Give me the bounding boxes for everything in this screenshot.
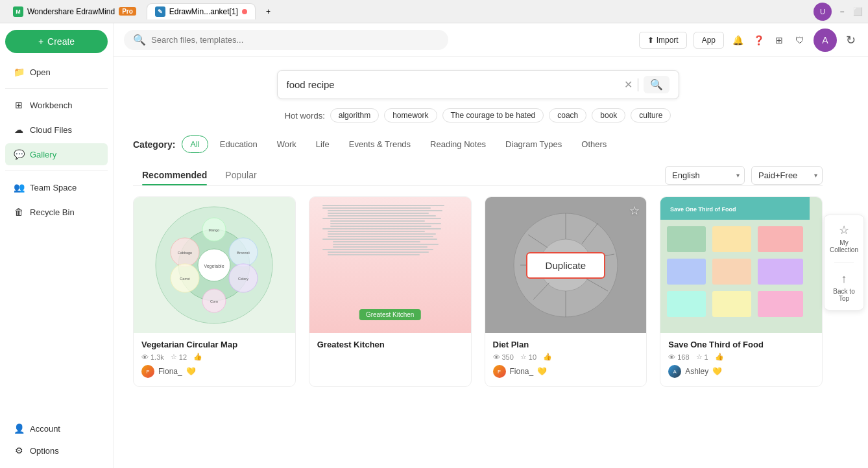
add-tab-btn[interactable]: + xyxy=(258,5,278,19)
sidebar-item-cloud[interactable]: ☁ Cloud Files xyxy=(5,119,108,141)
author-name-diet: Fiona_ xyxy=(510,367,534,376)
cat-item-life[interactable]: Life xyxy=(308,136,337,152)
card-vegetarian[interactable]: Vegetable Cabbage Broccoli Carrot Celery… xyxy=(133,196,296,387)
sidebar-item-teamspace[interactable]: 👥 Team Space xyxy=(5,176,108,198)
sidebar-teamspace-label: Team Space xyxy=(30,183,77,193)
sidebar-item-workbench[interactable]: ⊞ Workbench xyxy=(5,94,108,116)
sidebar-account-label: Account xyxy=(30,424,60,434)
gallery-icon: 💬 xyxy=(13,148,25,160)
star-icon: ☆ xyxy=(171,353,177,361)
gallery-search-input[interactable] xyxy=(287,79,619,90)
card-food[interactable]: Save One Third of Food xyxy=(660,196,823,387)
side-panel-divider xyxy=(834,263,854,263)
help-icon[interactable]: ❓ xyxy=(751,33,766,47)
sidebar-item-open[interactable]: 📁 Open xyxy=(5,61,108,83)
hot-chip-5[interactable]: culture xyxy=(631,108,671,123)
hot-words-label: Hot words: xyxy=(285,111,325,121)
svg-text:Corn: Corn xyxy=(210,299,218,303)
cat-item-diagram[interactable]: Diagram Types xyxy=(498,136,570,152)
notification-icon[interactable]: 🔔 xyxy=(730,33,745,47)
global-search-bar[interactable]: 🔍 xyxy=(124,30,448,50)
shield-icon[interactable]: 🛡 xyxy=(793,33,807,47)
search-clear-icon[interactable]: ✕ xyxy=(624,78,633,91)
sidebar-item-options[interactable]: ⚙ Options xyxy=(5,439,108,462)
star-overlay[interactable]: ☆ xyxy=(629,204,640,218)
hot-chip-4[interactable]: book xyxy=(592,108,625,123)
gallery-search-bar[interactable]: ✕ 🔍 xyxy=(277,70,679,99)
price-filter[interactable]: Paid+Free Free Paid xyxy=(751,166,823,185)
svg-rect-33 xyxy=(712,259,751,285)
cat-item-events[interactable]: Events & Trends xyxy=(341,136,418,152)
tab-popular[interactable]: Popular xyxy=(216,165,265,185)
card-thumb-vegetarian: Vegetable Cabbage Broccoli Carrot Celery… xyxy=(134,197,295,333)
cat-item-reading[interactable]: Reading Notes xyxy=(422,136,494,152)
card-kitchen[interactable]: Greatest Kitchen Greatest Kitchen xyxy=(309,196,472,387)
language-filter-wrapper: English Chinese All Languages ▾ xyxy=(665,166,745,185)
user-avatar[interactable]: A xyxy=(814,29,837,52)
language-filter[interactable]: English Chinese All Languages xyxy=(665,166,745,185)
import-button[interactable]: ⬆ Import xyxy=(639,32,687,49)
cat-item-work[interactable]: Work xyxy=(269,136,304,152)
tabs-filter-inner: Recommended Popular English Chinese All … xyxy=(133,165,823,185)
app-icon: M xyxy=(13,6,23,17)
card-meta-vegetarian: 👁 1.3k ☆ 12 👍 xyxy=(141,353,287,361)
stars-food: ☆ 1 xyxy=(696,353,708,361)
hot-chip-1[interactable]: homework xyxy=(384,108,437,123)
svg-text:Cabbage: Cabbage xyxy=(178,251,192,255)
author-avatar-fiona: F xyxy=(141,365,154,378)
like-diet[interactable]: 👍 xyxy=(543,353,552,361)
file-tab[interactable]: ✎ EdrawMin...anket[1] xyxy=(147,3,256,19)
like-food[interactable]: 👍 xyxy=(715,353,724,361)
layout-icon[interactable]: ⊞ xyxy=(772,33,786,47)
card-info-food: Save One Third of Food 👁 168 ☆ 1 👍 A Ash… xyxy=(660,333,822,384)
side-panel-back-to-top[interactable]: ↑ Back toTop xyxy=(833,272,854,302)
eye-icon: 👁 xyxy=(141,353,149,361)
card-meta-food: 👁 168 ☆ 1 👍 xyxy=(668,353,814,361)
eye-icon-diet: 👁 xyxy=(493,353,500,361)
maximize-button[interactable]: ⬜ xyxy=(852,6,863,17)
hot-chip-0[interactable]: algorithm xyxy=(330,108,379,123)
card-diet[interactable]: Diet Plan xyxy=(485,196,647,387)
sidebar-open-label: Open xyxy=(30,67,51,77)
main-content: 🔍 ⬆ Import App 🔔 ❓ ⊞ 🛡 A ↻ xyxy=(114,23,868,468)
search-input[interactable] xyxy=(151,35,439,45)
sidebar-item-gallery[interactable]: 💬 Gallery xyxy=(5,143,108,165)
cat-item-others[interactable]: Others xyxy=(573,136,614,152)
card-meta-diet: 👁 350 ☆ 10 👍 xyxy=(493,353,639,361)
file-tab-icon: ✎ xyxy=(155,6,165,17)
collection-label: MyCollection xyxy=(830,239,858,253)
user-avatar-titlebar[interactable]: U xyxy=(814,3,832,21)
sidebar: + Create 📁 Open ⊞ Workbench ☁ Cloud File… xyxy=(0,23,114,468)
app-button[interactable]: App xyxy=(693,32,724,49)
create-button[interactable]: + Create xyxy=(5,30,108,53)
cat-item-all[interactable]: All xyxy=(182,135,208,153)
refresh-icon[interactable]: ↻ xyxy=(843,33,858,47)
sidebar-item-recycle[interactable]: 🗑 Recycle Bin xyxy=(5,201,108,223)
like-vegetarian[interactable]: 👍 xyxy=(193,353,202,361)
add-tab-icon[interactable]: + xyxy=(266,7,271,16)
sidebar-recycle-label: Recycle Bin xyxy=(30,207,75,217)
recycle-icon: 🗑 xyxy=(13,206,25,218)
card-thumb-food: Save One Third of Food xyxy=(660,197,822,333)
titlebar: M Wondershare EdrawMind Pro ✎ EdrawMin..… xyxy=(0,0,868,23)
hot-chip-3[interactable]: coach xyxy=(549,108,586,123)
kitchen-badge: Greatest Kitchen xyxy=(359,309,420,320)
app-tab[interactable]: M Wondershare EdrawMind Pro xyxy=(5,4,144,19)
gold-badge-food: 💛 xyxy=(712,367,722,376)
search-divider xyxy=(638,78,638,91)
svg-text:Save One Third of Food: Save One Third of Food xyxy=(670,206,736,213)
hot-words-row: Hot words: algorithm homework The courag… xyxy=(285,108,671,123)
author-name-food: Ashley xyxy=(685,367,708,376)
minimize-button[interactable]: − xyxy=(837,6,847,17)
app-label: App xyxy=(702,36,716,45)
svg-text:Broccoli: Broccoli xyxy=(237,251,250,255)
sidebar-item-account[interactable]: 👤 Account xyxy=(5,417,108,439)
stars-diet: ☆ 10 xyxy=(520,353,536,361)
search-submit-button[interactable]: 🔍 xyxy=(644,76,669,93)
side-panel-collection[interactable]: ☆ MyCollection xyxy=(830,223,858,253)
hot-chip-2[interactable]: The courage to be hated xyxy=(442,108,544,123)
cat-item-education[interactable]: Education xyxy=(212,136,265,152)
tab-recommended[interactable]: Recommended xyxy=(133,165,216,185)
duplicate-button[interactable]: Duplicate xyxy=(526,252,606,279)
open-icon: 📁 xyxy=(13,66,25,78)
